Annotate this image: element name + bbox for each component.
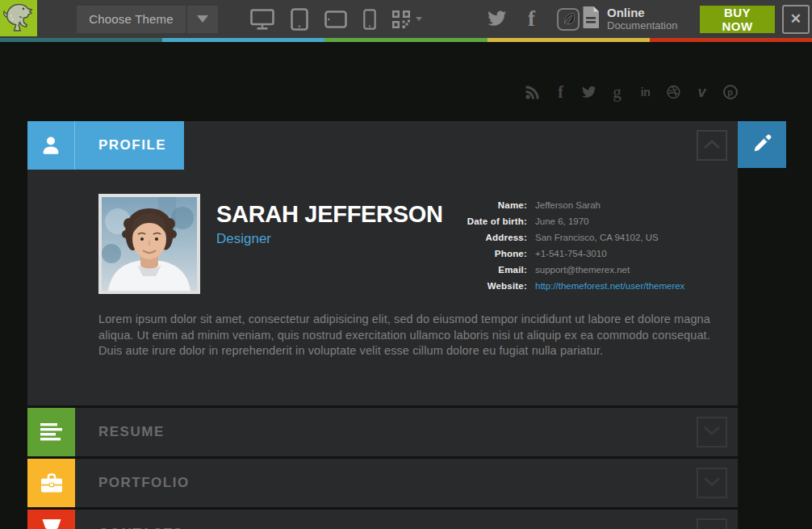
close-preview-button[interactable]: ✕ xyxy=(782,5,810,34)
google-icon[interactable]: g xyxy=(609,84,625,100)
profile-bio-text: Lorem ipsum dolor sit amet, consectetur … xyxy=(98,312,712,359)
dribbble-icon[interactable] xyxy=(666,84,681,100)
twitter-icon[interactable] xyxy=(581,84,596,100)
rss-icon[interactable] xyxy=(525,84,540,100)
theme-preview-page: f g in v p xyxy=(0,42,812,529)
qr-code-icon[interactable] xyxy=(392,10,410,28)
device-preview-switcher xyxy=(234,8,422,31)
linkedin-icon[interactable]: in xyxy=(638,84,653,100)
chevron-up-icon xyxy=(703,138,721,153)
section-header-profile[interactable]: PROFILE xyxy=(27,121,738,170)
detail-value: June 6, 1970 xyxy=(535,213,684,229)
person-icon xyxy=(27,121,75,170)
facebook-icon[interactable]: f xyxy=(528,8,535,30)
person-name: SARAH JEFFERSON xyxy=(216,202,443,228)
detail-label: Website: xyxy=(450,278,527,294)
themerex-dinosaur-logo[interactable] xyxy=(0,0,37,36)
expand-contacts-button[interactable] xyxy=(697,519,727,529)
detail-label: Date of birth: xyxy=(450,213,527,229)
person-role: Designer xyxy=(216,231,443,247)
monitor-icon[interactable] xyxy=(250,9,274,30)
page-social-bar: f g in v p xyxy=(512,84,738,100)
profile-section-label: PROFILE xyxy=(75,121,184,170)
resume-row-body: RESUME xyxy=(75,408,738,456)
phone-icon[interactable] xyxy=(363,9,376,30)
vimeo-icon[interactable]: v xyxy=(694,84,709,100)
website-link[interactable]: http://themeforest.net/user/themerex xyxy=(535,278,684,294)
pinterest-glyph: p xyxy=(723,85,738,99)
online-documentation-link[interactable]: Online Documentation xyxy=(582,6,677,31)
detail-value: San Francisco, CA 94102, US xyxy=(535,229,684,246)
contacts-section-label: CONTACTS xyxy=(98,526,183,529)
chevron-down-icon xyxy=(703,476,721,490)
identity-block: SARAH JEFFERSON Designer xyxy=(216,202,443,247)
detail-value: support@themerex.net xyxy=(535,262,684,278)
qr-dropdown-caret-icon[interactable] xyxy=(416,17,422,21)
mail-icon xyxy=(27,510,75,529)
chevron-down-icon xyxy=(703,425,721,439)
resume-section-label: RESUME xyxy=(98,424,165,440)
toolbar-social-links: f xyxy=(466,6,582,32)
section-row-contacts[interactable]: CONTACTS xyxy=(27,510,738,529)
facebook-icon[interactable]: f xyxy=(553,84,568,100)
portfolio-row-body: PORTFOLIO xyxy=(75,459,738,507)
detail-label: Name: xyxy=(450,197,527,213)
buy-now-button[interactable]: BUY NOW xyxy=(700,6,774,33)
vcard: PROFILE xyxy=(27,121,738,529)
section-row-resume[interactable]: RESUME xyxy=(27,408,738,456)
expand-resume-button[interactable] xyxy=(697,417,727,447)
preview-toolbar: Choose Theme xyxy=(0,0,812,38)
expand-portfolio-button[interactable] xyxy=(697,468,727,498)
section-row-portfolio[interactable]: PORTFOLIO xyxy=(27,459,738,507)
detail-label: Phone: xyxy=(450,246,527,262)
list-icon xyxy=(27,408,75,456)
tablet-landscape-icon[interactable] xyxy=(324,10,347,28)
detail-label: Email: xyxy=(450,262,527,278)
chevron-down-icon xyxy=(197,15,208,23)
document-icon xyxy=(582,6,600,31)
portfolio-section-label: PORTFOLIO xyxy=(98,475,190,491)
profile-photo xyxy=(98,194,200,294)
tablet-portrait-icon[interactable] xyxy=(291,8,308,31)
profile-header-accent: PROFILE xyxy=(27,121,184,170)
envato-icon[interactable] xyxy=(556,6,582,32)
edit-profile-button[interactable] xyxy=(738,121,786,168)
detail-value: Jefferson Sarah xyxy=(535,197,684,213)
briefcase-icon xyxy=(27,459,75,507)
pencil-icon xyxy=(751,132,773,157)
profile-content: SARAH JEFFERSON Designer Name: Jefferson… xyxy=(27,170,738,405)
profile-details-list: Name: Jefferson Sarah Date of birth: Jun… xyxy=(450,197,684,294)
documentation-label: Online Documentation xyxy=(607,6,677,31)
collapse-profile-button[interactable] xyxy=(697,130,727,161)
contacts-row-body: CONTACTS xyxy=(75,510,738,529)
pinterest-icon[interactable]: p xyxy=(722,84,738,100)
detail-label: Address: xyxy=(450,229,527,246)
choose-theme-select[interactable]: Choose Theme xyxy=(77,6,186,33)
choose-theme-dropdown-button[interactable] xyxy=(187,6,218,33)
detail-value: +1-541-754-3010 xyxy=(535,246,684,262)
theme-selector: Choose Theme xyxy=(77,6,218,33)
dinosaur-icon xyxy=(0,0,37,36)
twitter-icon[interactable] xyxy=(487,10,507,27)
